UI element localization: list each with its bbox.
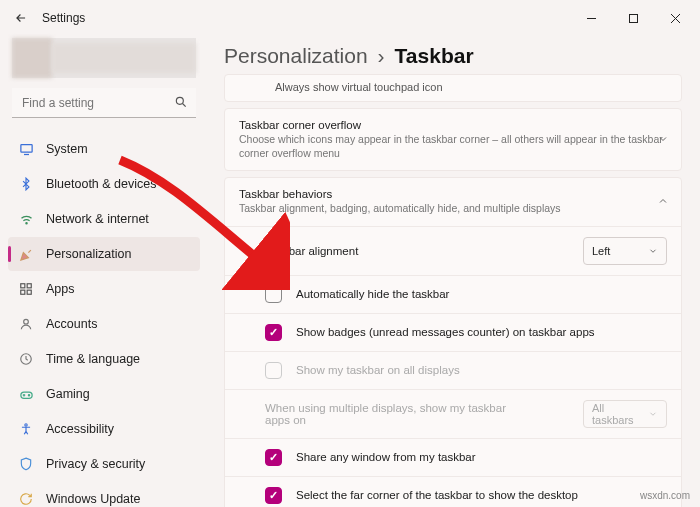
personalization-icon xyxy=(18,246,34,262)
svg-rect-8 xyxy=(27,284,31,288)
update-icon xyxy=(18,491,34,507)
svg-rect-9 xyxy=(21,290,25,294)
nav-label: Network & internet xyxy=(46,212,149,226)
alldisplays-label: Show my taskbar on all displays xyxy=(296,364,460,376)
panel-behaviors: Taskbar behaviors Taskbar alignment, bad… xyxy=(224,177,682,507)
search-input[interactable] xyxy=(12,88,196,118)
chevron-up-icon xyxy=(657,195,669,209)
badges-checkbox[interactable] xyxy=(265,324,282,341)
network-icon xyxy=(18,211,34,227)
sidebar: System Bluetooth & devices Network & int… xyxy=(0,36,208,507)
search-box[interactable] xyxy=(12,88,196,118)
nav-bluetooth[interactable]: Bluetooth & devices xyxy=(8,167,200,201)
multi-select: All taskbars xyxy=(583,400,667,428)
multi-label: When using multiple displays, show my ta… xyxy=(265,402,525,426)
corner-checkbox[interactable] xyxy=(265,487,282,504)
nav-accessibility[interactable]: Accessibility xyxy=(8,412,200,446)
system-icon xyxy=(18,141,34,157)
nav-time[interactable]: Time & language xyxy=(8,342,200,376)
time-icon xyxy=(18,351,34,367)
close-button[interactable] xyxy=(654,2,696,34)
badges-label: Show badges (unread messages counter) on… xyxy=(296,326,595,338)
svg-rect-4 xyxy=(20,144,31,152)
chevron-down-icon xyxy=(648,246,658,256)
alignment-select[interactable]: Left xyxy=(583,237,667,265)
row-multi: When using multiple displays, show my ta… xyxy=(225,389,681,438)
nav-apps[interactable]: Apps xyxy=(8,272,200,306)
nav-label: Personalization xyxy=(46,247,131,261)
nav-label: Bluetooth & devices xyxy=(46,177,157,191)
behaviors-header[interactable]: Taskbar behaviors Taskbar alignment, bad… xyxy=(225,178,681,226)
svg-point-14 xyxy=(28,394,29,395)
nav-update[interactable]: Windows Update xyxy=(8,482,200,507)
back-button[interactable] xyxy=(4,1,38,35)
nav-label: Privacy & security xyxy=(46,457,145,471)
behaviors-title: Taskbar behaviors xyxy=(239,188,667,200)
svg-point-11 xyxy=(24,319,29,324)
row-badges[interactable]: Show badges (unread messages counter) on… xyxy=(225,313,681,351)
gaming-icon xyxy=(18,386,34,402)
breadcrumb: Personalization › Taskbar xyxy=(224,44,682,68)
search-icon xyxy=(174,95,188,113)
row-share[interactable]: Share any window from my taskbar xyxy=(225,438,681,476)
touchpad-label: Always show virtual touchpad icon xyxy=(275,81,443,93)
accessibility-icon xyxy=(18,421,34,437)
nav-label: Time & language xyxy=(46,352,140,366)
chevron-down-icon xyxy=(657,133,669,147)
row-alignment: Taskbar alignment Left xyxy=(225,226,681,275)
panel-overflow[interactable]: Taskbar corner overflow Choose which ico… xyxy=(224,108,682,171)
breadcrumb-sep: › xyxy=(378,44,385,68)
nav-network[interactable]: Network & internet xyxy=(8,202,200,236)
nav-label: Apps xyxy=(46,282,75,296)
alignment-label: Taskbar alignment xyxy=(265,245,358,257)
autohide-checkbox[interactable] xyxy=(265,286,282,303)
corner-label: Select the far corner of the taskbar to … xyxy=(296,489,578,501)
svg-rect-13 xyxy=(20,392,31,398)
minimize-button[interactable] xyxy=(570,2,612,34)
nav-personalization[interactable]: Personalization xyxy=(8,237,200,271)
watermark: wsxdn.com xyxy=(640,490,690,501)
nav-accounts[interactable]: Accounts xyxy=(8,307,200,341)
svg-line-3 xyxy=(183,104,186,107)
nav-label: Accounts xyxy=(46,317,97,331)
window-title: Settings xyxy=(42,11,85,25)
nav-label: Accessibility xyxy=(46,422,114,436)
alldisplays-checkbox xyxy=(265,362,282,379)
svg-rect-7 xyxy=(21,284,25,288)
content: Personalization › Taskbar Always show vi… xyxy=(208,36,700,507)
nav: System Bluetooth & devices Network & int… xyxy=(8,132,200,507)
overflow-sub: Choose which icons may appear in the tas… xyxy=(239,133,667,160)
nav-gaming[interactable]: Gaming xyxy=(8,377,200,411)
accounts-icon xyxy=(18,316,34,332)
svg-rect-1 xyxy=(629,14,637,22)
autohide-label: Automatically hide the taskbar xyxy=(296,288,449,300)
row-corner[interactable]: Select the far corner of the taskbar to … xyxy=(225,476,681,507)
svg-point-15 xyxy=(25,424,27,426)
alignment-value: Left xyxy=(592,245,610,257)
maximize-button[interactable] xyxy=(612,2,654,34)
panel-touchpad[interactable]: Always show virtual touchpad icon xyxy=(224,74,682,102)
svg-point-6 xyxy=(25,222,26,223)
nav-system[interactable]: System xyxy=(8,132,200,166)
breadcrumb-parent[interactable]: Personalization xyxy=(224,44,368,68)
apps-icon xyxy=(18,281,34,297)
bluetooth-icon xyxy=(18,176,34,192)
share-checkbox[interactable] xyxy=(265,449,282,466)
svg-rect-10 xyxy=(27,290,31,294)
overflow-title: Taskbar corner overflow xyxy=(239,119,667,131)
row-autohide[interactable]: Automatically hide the taskbar xyxy=(225,275,681,313)
svg-point-2 xyxy=(176,97,183,104)
chevron-down-icon xyxy=(648,409,658,419)
privacy-icon xyxy=(18,456,34,472)
row-alldisplays: Show my taskbar on all displays xyxy=(225,351,681,389)
breadcrumb-current: Taskbar xyxy=(395,44,474,68)
profile-card[interactable] xyxy=(12,38,196,78)
multi-value: All taskbars xyxy=(592,402,648,426)
behaviors-sub: Taskbar alignment, badging, automaticall… xyxy=(239,202,667,216)
nav-label: Gaming xyxy=(46,387,90,401)
nav-label: System xyxy=(46,142,88,156)
nav-label: Windows Update xyxy=(46,492,141,506)
share-label: Share any window from my taskbar xyxy=(296,451,476,463)
nav-privacy[interactable]: Privacy & security xyxy=(8,447,200,481)
